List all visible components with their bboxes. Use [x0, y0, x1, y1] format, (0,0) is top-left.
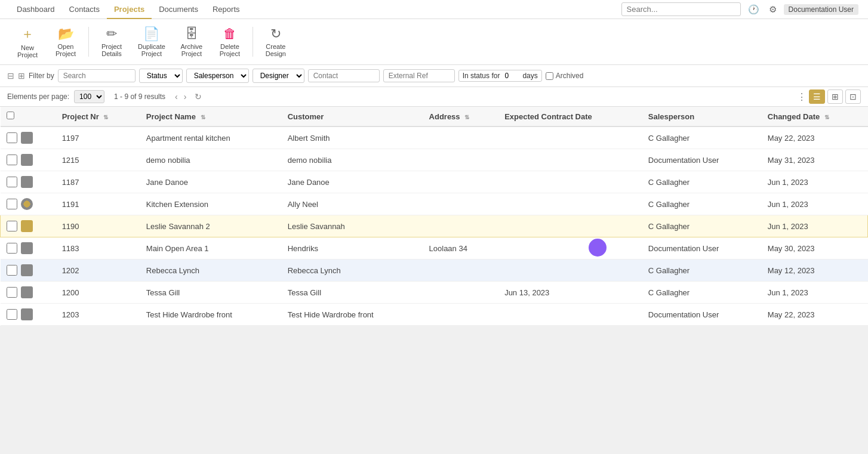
filter-status-select[interactable]: Status	[139, 69, 183, 83]
filter-settings-icon[interactable]: ⊞	[18, 71, 25, 81]
col-project-name[interactable]: Project Name ⇅	[140, 107, 282, 126]
top-nav-search: 🕐 ⚙ Documentation User	[621, 2, 858, 16]
col-salesperson-label: Salesperson	[648, 112, 694, 121]
row-checkbox[interactable]	[7, 243, 17, 254]
row-checkbox[interactable]	[7, 265, 17, 276]
filter-extref-input[interactable]	[383, 69, 455, 82]
row-project-name: Apartment rental kitchen	[140, 126, 282, 149]
filter-search-input[interactable]	[58, 69, 136, 82]
table-row[interactable]: 1183 Main Open Area 1 Hendriks Loolaan 3…	[1, 237, 868, 260]
col-changed-date[interactable]: Changed Date ⇅	[762, 107, 868, 126]
row-project-name: demo nobilia	[140, 149, 282, 171]
top-nav: Dashboard Contacts Projects Documents Re…	[0, 0, 868, 19]
next-page-button[interactable]: ›	[181, 91, 189, 102]
filter-icon[interactable]: ⊟	[7, 71, 14, 81]
row-icon	[21, 154, 33, 166]
row-changed-date: May 22, 2023	[762, 304, 868, 326]
filter-salesperson-select[interactable]: Salesperson	[186, 69, 249, 83]
row-changed-date: Jun 1, 2023	[762, 215, 868, 237]
row-project-name: Kitchen Extension	[140, 193, 282, 215]
row-salesperson: C Gallagher	[642, 193, 762, 215]
new-project-icon: ＋	[21, 25, 34, 43]
row-customer: Rebecca Lynch	[282, 260, 423, 282]
view-options: ⋮ ☰ ⊞ ⊡	[797, 89, 861, 104]
project-details-button[interactable]: ✏ ProjectDetails	[94, 24, 130, 60]
row-checkbox[interactable]	[7, 287, 17, 298]
table-row[interactable]: 1197 Apartment rental kitchen Albert Smi…	[1, 126, 868, 149]
row-checkbox-cell	[1, 282, 56, 303]
filter-archived-checkbox[interactable]	[546, 72, 553, 80]
row-changed-date: Jun 1, 2023	[762, 193, 868, 215]
select-all-checkbox[interactable]	[7, 112, 14, 119]
col-customer-label: Customer	[288, 112, 324, 121]
row-checkbox[interactable]	[7, 177, 17, 187]
list-view-button[interactable]: ☰	[809, 89, 825, 104]
more-options-button[interactable]: ⋮	[797, 91, 807, 103]
col-expected-contract-date[interactable]: Expected Contract Date	[498, 107, 642, 126]
results-label: 1 - 9 of 9 results	[114, 92, 165, 101]
open-project-button[interactable]: 📂 OpenProject	[48, 24, 84, 60]
duplicate-project-button[interactable]: 📄 DuplicateProject	[132, 24, 171, 60]
nav-dashboard[interactable]: Dashboard	[10, 0, 62, 19]
row-checkbox-cell	[1, 127, 56, 149]
row-checkbox[interactable]	[7, 309, 17, 320]
new-project-button[interactable]: ＋ NewProject	[10, 23, 45, 61]
table-row[interactable]: 1191 Kitchen Extension Ally Neel C Galla…	[1, 193, 868, 215]
table-row[interactable]: 1187 Jane Danoe Jane Danoe C Gallagher J…	[1, 171, 868, 193]
table-row[interactable]: 1200 Tessa Gill Tessa Gill Jun 13, 2023 …	[1, 282, 868, 304]
nav-contacts[interactable]: Contacts	[62, 0, 107, 19]
delete-project-button[interactable]: 🗑 DeleteProject	[212, 24, 248, 60]
row-salesperson: Documentation User	[642, 237, 762, 260]
row-salesperson: C Gallagher	[642, 126, 762, 149]
filter-bar: ⊟ ⊞ Filter by Status Salesperson Designe…	[0, 65, 868, 87]
global-search-input[interactable]	[621, 2, 741, 16]
clock-icon[interactable]: 🕐	[746, 3, 762, 16]
project-details-icon: ✏	[106, 26, 117, 42]
filter-designer-select[interactable]: Designer	[253, 69, 304, 83]
sort-changed-date-icon: ⇅	[824, 114, 829, 121]
table-row[interactable]: 1203 Test Hide Wardrobe front Test Hide …	[1, 304, 868, 326]
row-project-name: Leslie Savannah 2	[140, 215, 282, 237]
row-project-nr: 1203	[56, 304, 140, 326]
row-customer: Tessa Gill	[282, 282, 423, 304]
row-checkbox[interactable]	[7, 155, 17, 165]
nav-projects[interactable]: Projects	[107, 0, 152, 19]
row-changed-date: Jun 1, 2023	[762, 171, 868, 193]
filter-days-input[interactable]	[502, 72, 520, 80]
per-page-select[interactable]: 100	[74, 90, 104, 103]
row-checkbox[interactable]	[7, 221, 17, 231]
row-expected-contract-date	[498, 149, 642, 171]
row-address: Loolaan 34	[423, 237, 499, 260]
create-design-button[interactable]: ↻ CreateDesign	[258, 24, 294, 60]
row-project-name: Tessa Gill	[140, 282, 282, 304]
table-row[interactable]: 1202 Rebecca Lynch Rebecca Lynch C Galla…	[1, 260, 868, 282]
row-checkbox[interactable]	[7, 132, 17, 143]
nav-documents[interactable]: Documents	[152, 0, 205, 19]
duplicate-project-icon: 📄	[143, 26, 159, 42]
archive-project-button[interactable]: 🗄 ArchiveProject	[174, 24, 210, 60]
refresh-button[interactable]: ↻	[195, 92, 202, 101]
row-icon	[21, 132, 33, 144]
filter-contact-input[interactable]	[308, 69, 380, 82]
delete-project-label: DeleteProject	[220, 43, 240, 57]
grid-view-button[interactable]: ⊞	[827, 89, 843, 104]
row-customer: Leslie Savannah	[282, 215, 423, 237]
row-salesperson: C Gallagher	[642, 171, 762, 193]
col-customer[interactable]: Customer	[282, 107, 423, 126]
row-customer: Albert Smith	[282, 126, 423, 149]
row-icon	[21, 264, 33, 276]
column-settings-button[interactable]: ⊡	[845, 89, 861, 104]
col-salesperson[interactable]: Salesperson	[642, 107, 762, 126]
prev-page-button[interactable]: ‹	[173, 91, 180, 102]
table-row[interactable]: 1190 Leslie Savannah 2 Leslie Savannah C…	[1, 215, 868, 237]
row-checkbox[interactable]	[7, 199, 17, 209]
settings-icon[interactable]: ⚙	[767, 3, 779, 16]
row-project-name: Jane Danoe	[140, 171, 282, 193]
nav-reports[interactable]: Reports	[205, 0, 247, 19]
col-project-nr[interactable]: Project Nr ⇅	[56, 107, 140, 126]
row-project-nr: 1183	[56, 237, 140, 260]
table-row[interactable]: 1215 demo nobilia demo nobilia Documenta…	[1, 149, 868, 171]
row-salesperson: Documentation User	[642, 149, 762, 171]
row-project-nr: 1197	[56, 126, 140, 149]
col-address[interactable]: Address ⇅	[423, 107, 499, 126]
